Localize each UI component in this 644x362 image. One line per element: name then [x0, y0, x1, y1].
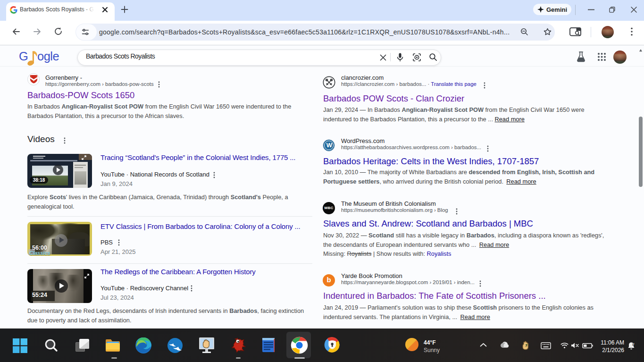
- svg-text:z: z: [633, 342, 635, 345]
